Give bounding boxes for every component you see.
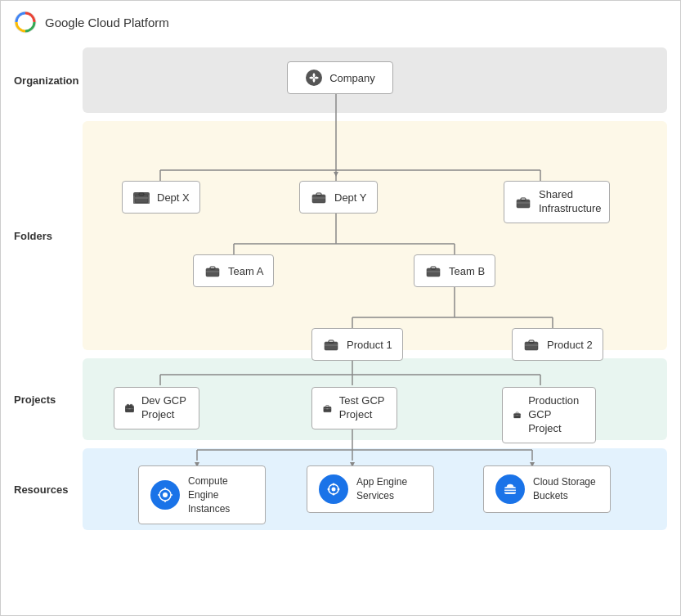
svg-point-0 (15, 11, 36, 33)
app-engine-icon (319, 474, 348, 504)
svg-point-88 (332, 488, 336, 492)
svg-rect-76 (326, 408, 328, 409)
resources-label: Resources (1, 483, 83, 496)
project-icon-dev (124, 399, 135, 417)
compute-engine-icon (150, 480, 180, 510)
company-icon (305, 69, 323, 87)
product-2-node: Product 2 (512, 328, 603, 361)
app-title: Google Cloud Platform (45, 16, 169, 29)
svg-point-91 (328, 488, 330, 491)
svg-point-82 (163, 492, 168, 497)
shared-infra-node: Shared Infrastructure (504, 181, 610, 223)
folder-icon-deptx (132, 188, 150, 206)
svg-point-90 (333, 493, 335, 496)
gcp-logo-icon (14, 11, 37, 34)
team-b-node: Team B (414, 254, 495, 287)
folder-icon-shared (514, 193, 532, 211)
cloud-storage-label: Cloud Storage Buckets (533, 475, 598, 503)
svg-rect-95 (504, 491, 516, 492)
main-container: Google Cloud Platform Organization Folde… (0, 0, 681, 616)
team-a-node: Team A (193, 254, 274, 287)
dept-x-label: Dept X (157, 191, 190, 204)
product-1-node: Product 1 (311, 328, 403, 361)
svg-rect-62 (529, 340, 534, 343)
dept-y-node: Dept Y (299, 181, 378, 214)
folders-label: Folders (1, 230, 83, 242)
svg-rect-50 (521, 198, 526, 200)
projects-label: Projects (1, 393, 83, 406)
compute-engine-node: Compute Engine Instances (138, 465, 266, 524)
production-gcp-node: Production GCP Project (502, 387, 596, 443)
header: Google Cloud Platform (1, 1, 680, 43)
cloud-storage-icon (495, 474, 525, 504)
svg-rect-77 (514, 414, 521, 419)
team-a-label: Team A (228, 265, 263, 277)
test-gcp-label: Test GCP Project (339, 394, 387, 422)
project-icon-prod (513, 406, 522, 424)
folder-icon-product1 (322, 335, 340, 353)
product-1-label: Product 1 (347, 339, 392, 351)
svg-rect-69 (126, 407, 133, 411)
team-b-label: Team B (449, 265, 485, 277)
company-node: Company (287, 61, 393, 94)
production-gcp-label: Production GCP Project (528, 394, 585, 436)
app-engine-node: App Engine Services (307, 465, 434, 513)
org-label: Organization (1, 74, 83, 87)
shared-infra-label: Shared Infrastructure (539, 188, 602, 216)
svg-rect-80 (517, 415, 518, 416)
band-folders: Folders (1, 117, 680, 354)
svg-point-92 (338, 488, 340, 491)
diagram-area: Organization Folders Projects Resources (1, 43, 680, 616)
svg-rect-65 (127, 404, 129, 406)
cloud-storage-node: Cloud Storage Buckets (483, 465, 611, 513)
dept-y-label: Dept Y (334, 191, 367, 204)
company-label: Company (329, 72, 375, 84)
folders-content (83, 121, 667, 350)
svg-rect-93 (504, 487, 516, 494)
dev-gcp-label: Dev GCP Project (141, 394, 189, 422)
svg-rect-56 (431, 267, 436, 269)
svg-rect-66 (130, 404, 132, 406)
folder-icon-teama (204, 262, 222, 280)
svg-rect-47 (316, 193, 321, 196)
svg-rect-59 (329, 340, 334, 343)
svg-rect-53 (210, 267, 215, 269)
folder-icon-teamb (424, 262, 442, 280)
compute-engine-label: Compute Engine Instances (188, 474, 253, 515)
product-2-label: Product 2 (547, 339, 593, 351)
svg-rect-73 (324, 407, 331, 411)
svg-rect-94 (504, 488, 516, 490)
dept-x-node: Dept X (122, 181, 200, 214)
test-gcp-node: Test GCP Project (311, 387, 397, 429)
svg-rect-72 (128, 408, 130, 409)
folder-icon-depty (310, 188, 328, 206)
folder-icon-product2 (522, 335, 540, 353)
project-icon-test (322, 399, 333, 417)
dev-gcp-node: Dev GCP Project (114, 387, 199, 429)
svg-point-89 (333, 483, 335, 486)
app-engine-label: App Engine Services (356, 475, 422, 503)
